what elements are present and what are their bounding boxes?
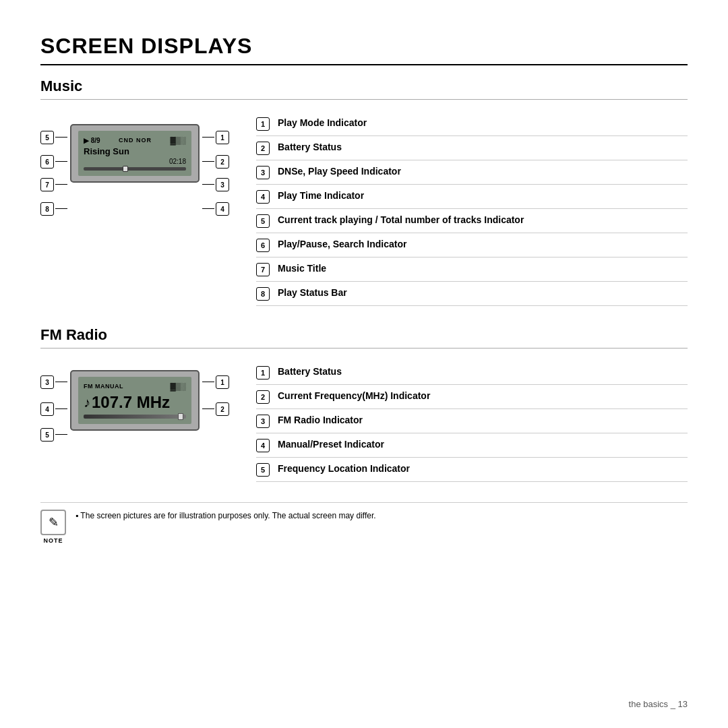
badge-left-6: 6 <box>40 155 54 169</box>
fm-freq-bar <box>84 415 186 419</box>
indicator-label: Play Time Indicator <box>278 189 364 203</box>
indicator-number: 1 <box>256 366 270 380</box>
note-text: ▪ The screen pictures are for illustrati… <box>75 510 376 522</box>
battery-status: ▓▒░ <box>170 136 186 144</box>
badge-right-2: 2 <box>216 155 229 169</box>
fm-indicator-list: 1 Battery Status 2 Current Frequency(MHz… <box>256 361 688 482</box>
badge-right-4: 4 <box>216 202 229 216</box>
indicator-number: 6 <box>256 239 270 252</box>
indicator-label: Battery Status <box>278 365 342 379</box>
fm-freq-dot <box>178 413 183 420</box>
indicator-number: 8 <box>256 287 270 301</box>
indicator-label: Play Mode Indicator <box>278 117 367 130</box>
fm-badge-left-3: 3 <box>40 375 54 389</box>
fm-frequency: 107.7 MHz <box>92 393 170 412</box>
indicator-number: 7 <box>256 263 270 276</box>
note-icon-block: ✎ NOTE <box>40 510 66 544</box>
fm-screen-mockup: FM MANUAL ▓▒░ ♪ 107.7 MHz <box>70 370 200 431</box>
indicator-number: 4 <box>256 190 270 204</box>
fm-note-symbol: ♪ <box>84 395 90 411</box>
fm-indicator-row: 2 Current Frequency(MHz) Indicator <box>256 385 688 409</box>
fm-badge-left-4: 4 <box>40 402 54 416</box>
music-section-row: 5 6 7 8 1 2 3 4 <box>40 112 688 306</box>
note-label: NOTE <box>43 537 63 544</box>
progress-bar <box>84 167 186 171</box>
music-section-header: Music <box>40 78 688 100</box>
mode-icons: CND NOR <box>119 137 152 144</box>
music-indicator-list: 1 Play Mode Indicator 2 Battery Status 3… <box>256 112 688 306</box>
music-indicator-row: 2 Battery Status <box>256 136 688 160</box>
indicator-number: 3 <box>256 166 270 179</box>
music-screen-mockup: ▶ 8/9 CND NOR ▓▒░ Rising Sun 02:18 <box>70 124 200 183</box>
indicator-label: Play Status Bar <box>278 286 347 300</box>
page-container: SCREEN DISPLAYS Music 5 6 7 8 1 2 3 4 <box>0 0 728 728</box>
fm-mode-label: FM MANUAL <box>84 383 123 390</box>
progress-dot <box>123 166 128 172</box>
fm-section-header: FM Radio <box>40 326 688 348</box>
badge-left-5: 5 <box>40 131 54 144</box>
fm-diagram: 3 4 5 1 2 FM MANUAL <box>40 367 229 482</box>
fm-battery: ▓▒░ <box>170 382 186 390</box>
fm-top-row: FM MANUAL ▓▒░ <box>84 382 186 390</box>
music-indicator-row: 8 Play Status Bar <box>256 282 688 306</box>
indicator-number: 1 <box>256 117 270 131</box>
indicator-number: 5 <box>256 463 270 477</box>
music-indicator-row: 3 DNSe, Play Speed Indicator <box>256 160 688 185</box>
page-footer: the basics _ 13 <box>629 699 688 709</box>
indicator-label: Music Title <box>278 262 326 276</box>
fm-indicators: 1 Battery Status 2 Current Frequency(MHz… <box>256 361 688 482</box>
indicator-label: Current track playing / Total number of … <box>278 214 524 227</box>
page-title: SCREEN DISPLAYS <box>40 34 688 65</box>
indicator-label: Current Frequency(MHz) Indicator <box>278 390 430 403</box>
indicator-label: Manual/Preset Indicator <box>278 438 384 452</box>
indicator-number: 5 <box>256 214 270 228</box>
indicator-label: FM Radio Indicator <box>278 414 363 427</box>
music-indicator-row: 7 Music Title <box>256 257 688 282</box>
music-title: Rising Sun <box>84 146 186 156</box>
fm-badge-right-2: 2 <box>216 402 229 416</box>
indicator-label: Play/Pause, Search Indicator <box>278 238 406 251</box>
note-section: ✎ NOTE ▪ The screen pictures are for ill… <box>40 502 688 551</box>
fm-indicator-row: 5 Frequency Location Indicator <box>256 458 688 482</box>
music-indicator-row: 4 Play Time Indicator <box>256 185 688 209</box>
badge-left-8: 8 <box>40 202 54 216</box>
indicator-number: 4 <box>256 439 270 452</box>
fm-section: FM Radio 3 4 5 1 2 <box>40 326 688 482</box>
indicator-label: Frequency Location Indicator <box>278 462 410 476</box>
track-info: ▶ 8/9 <box>84 137 100 144</box>
music-indicator-row: 6 Play/Pause, Search Indicator <box>256 233 688 257</box>
play-time: 02:18 <box>84 158 186 165</box>
fm-screen-inner: FM MANUAL ▓▒░ ♪ 107.7 MHz <box>78 377 191 424</box>
fm-indicator-row: 4 Manual/Preset Indicator <box>256 433 688 458</box>
indicator-number: 2 <box>256 390 270 404</box>
indicator-number: 3 <box>256 415 270 428</box>
fm-freq-row: ♪ 107.7 MHz <box>84 393 186 412</box>
indicator-number: 2 <box>256 142 270 155</box>
music-row1: ▶ 8/9 CND NOR ▓▒░ <box>84 136 186 144</box>
badge-right-3: 3 <box>216 178 229 191</box>
music-section: Music 5 6 7 8 1 2 3 4 <box>40 78 688 306</box>
music-indicator-row: 1 Play Mode Indicator <box>256 112 688 136</box>
fm-badge-right-1: 1 <box>216 375 229 389</box>
music-indicator-row: 5 Current track playing / Total number o… <box>256 209 688 233</box>
fm-indicator-row: 1 Battery Status <box>256 361 688 385</box>
music-screen-inner: ▶ 8/9 CND NOR ▓▒░ Rising Sun 02:18 <box>78 131 191 176</box>
music-indicators: 1 Play Mode Indicator 2 Battery Status 3… <box>256 112 688 306</box>
badge-left-7: 7 <box>40 178 54 191</box>
fm-section-row: 3 4 5 1 2 FM MANUAL <box>40 361 688 482</box>
fm-indicator-row: 3 FM Radio Indicator <box>256 409 688 433</box>
note-icon: ✎ <box>40 510 66 535</box>
indicator-label: Battery Status <box>278 141 342 154</box>
music-diagram: 5 6 7 8 1 2 3 4 <box>40 119 229 306</box>
fm-badge-left-5: 5 <box>40 428 54 442</box>
badge-right-1: 1 <box>216 131 229 144</box>
indicator-label: DNSe, Play Speed Indicator <box>278 165 401 179</box>
